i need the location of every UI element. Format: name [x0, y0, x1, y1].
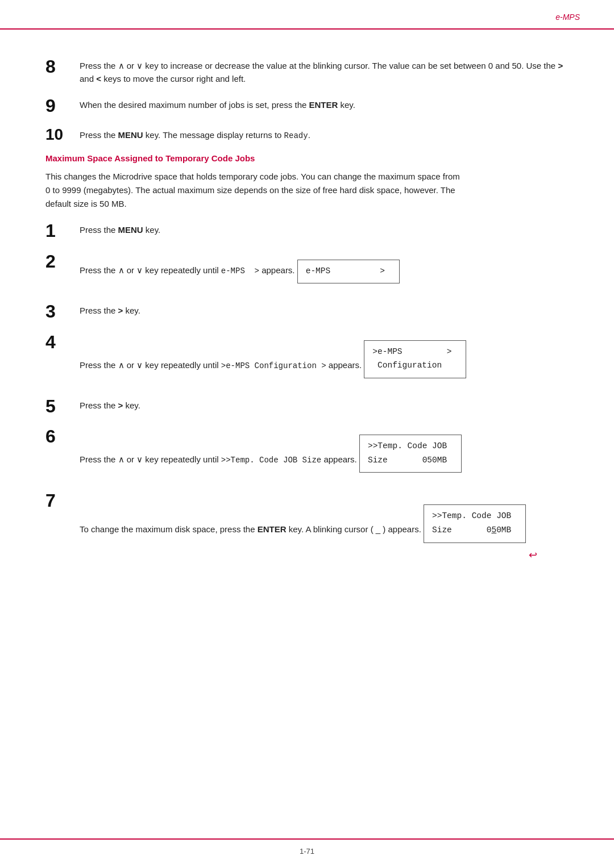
page-content: 8 Press the ∧ or ∨ key to increase or de… [45, 40, 569, 828]
step-num-3: 3 [45, 302, 80, 322]
cursor-arrow-icon: ↩ [529, 548, 537, 564]
step-9: 9 When the desired maximum number of job… [45, 96, 569, 116]
step-5: 5 Press the > key. [45, 397, 569, 416]
section-body: This changes the Microdrive space that h… [45, 170, 466, 211]
step-content-7: To change the maximum disk space, press … [80, 491, 569, 550]
step-num-5: 5 [45, 397, 80, 416]
step-num-9: 9 [45, 96, 80, 116]
step-6: 6 Press the ∧ or ∨ key repeatedly until … [45, 427, 569, 481]
top-rule [0, 28, 614, 30]
step-10: 10 Press the MENU key. The message displ… [45, 126, 569, 144]
step-num-2: 2 [45, 252, 80, 272]
step-num-1: 1 [45, 221, 80, 241]
step-num-6: 6 [45, 427, 80, 446]
step-content-2: Press the ∧ or ∨ key repeatedly until e-… [80, 252, 569, 292]
step-content-4: Press the ∧ or ∨ key repeatedly until >e… [80, 332, 569, 386]
step-content-1: Press the MENU key. [80, 221, 569, 236]
step-content-10: Press the MENU key. The message display … [80, 126, 569, 143]
step-2: 2 Press the ∧ or ∨ key repeatedly until … [45, 252, 569, 292]
header-label: e-MPS [555, 12, 580, 22]
step-num-7: 7 [45, 491, 80, 511]
step-content-8: Press the ∧ or ∨ key to increase or decr… [80, 57, 569, 86]
step-content-6: Press the ∧ or ∨ key repeatedly until >>… [80, 427, 569, 481]
step-4: 4 Press the ∧ or ∨ key repeatedly until … [45, 332, 569, 386]
display-box-step7: >>Temp. Code JOB Size 050MB [424, 504, 526, 542]
step-8: 8 Press the ∧ or ∨ key to increase or de… [45, 57, 569, 86]
step-7: 7 To change the maximum disk space, pres… [45, 491, 569, 550]
display-box-step4: >e-MPS > Configuration [364, 340, 466, 378]
step-num-4: 4 [45, 332, 80, 352]
step-content-3: Press the > key. [80, 302, 569, 317]
footer-label: 1-71 [300, 847, 314, 856]
step-content-5: Press the > key. [80, 397, 569, 412]
section-heading: Maximum Space Assigned to Temporary Code… [45, 153, 569, 163]
step-1: 1 Press the MENU key. [45, 221, 569, 241]
step-num-8: 8 [45, 57, 80, 77]
step-num-10: 10 [45, 126, 80, 144]
display-box-step2: e-MPS > [297, 260, 400, 284]
bottom-rule [0, 838, 614, 840]
display-box-step6: >>Temp. Code JOB Size 050MB [359, 435, 462, 473]
step-3: 3 Press the > key. [45, 302, 569, 322]
step-content-9: When the desired maximum number of jobs … [80, 96, 569, 111]
